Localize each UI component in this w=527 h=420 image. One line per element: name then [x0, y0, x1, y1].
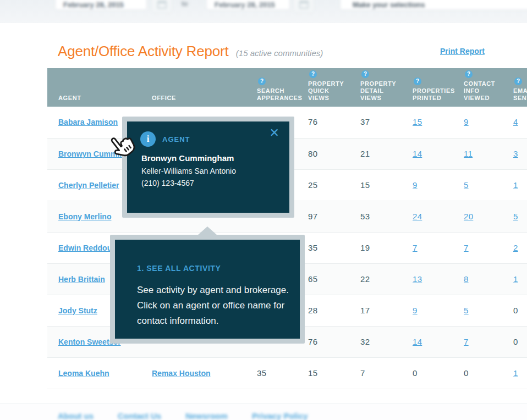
help-icon[interactable]: ? [258, 78, 266, 85]
value-link[interactable]: 9 [413, 180, 418, 190]
date-from-input[interactable]: February 28, 2015 [55, 0, 147, 10]
value-cell: 9 [402, 295, 453, 326]
value-cell: 37 [349, 107, 402, 138]
date-range-to-label: to [182, 0, 188, 8]
agent-link[interactable]: Cherlyn Pelletier [58, 181, 119, 190]
value-link[interactable]: 8 [464, 274, 469, 284]
value-cell: 20 [453, 201, 502, 232]
agent-cell: Leoma Kuehn [47, 357, 141, 389]
value-link[interactable]: 14 [413, 149, 422, 158]
value-text: 37 [360, 117, 370, 126]
value-link[interactable]: 7 [464, 243, 469, 252]
value-link[interactable]: 5 [513, 212, 518, 221]
value-link[interactable]: 15 [413, 117, 422, 126]
value-cell: 1 [502, 357, 527, 389]
value-text: 32 [360, 337, 370, 346]
value-cell: 5 [453, 295, 502, 326]
value-link[interactable]: 3 [513, 149, 518, 158]
agent-link[interactable]: Jody Stutz [58, 306, 97, 315]
value-link[interactable]: 7 [413, 243, 418, 252]
value-cell: 76 [297, 107, 349, 138]
selections-input[interactable]: Make your selections [340, 0, 527, 10]
value-link[interactable]: 5 [464, 306, 469, 315]
value-text: 0 [413, 368, 418, 378]
value-link[interactable]: 11 [464, 149, 473, 158]
value-link[interactable]: 5 [464, 180, 469, 190]
value-cell: 22 [349, 263, 402, 295]
value-link[interactable]: 13 [413, 274, 422, 284]
calendar-icon-button[interactable] [293, 0, 314, 13]
agent-link[interactable]: Babara Jamison [58, 118, 118, 126]
help-icon[interactable]: ? [465, 70, 473, 78]
agent-tooltip-name: Bronwyn Cummingham [141, 153, 234, 163]
value-link[interactable]: 24 [413, 212, 422, 221]
page-footer: About usContact UsNewsroomPrivacy Policy [0, 403, 527, 420]
help-icon[interactable]: ? [514, 78, 522, 85]
calendar-icon-button[interactable] [151, 0, 172, 13]
agent-link[interactable]: Ebony Merlino [58, 212, 111, 221]
activity-tooltip-title: 1. SEE ALL ACTIVITY [137, 264, 221, 273]
help-icon[interactable]: ? [414, 78, 421, 85]
column-label: PROPERTYQUICK VIEWS [308, 80, 347, 102]
value-text: 28 [308, 306, 317, 315]
help-icon[interactable]: ? [309, 70, 317, 78]
value-link[interactable]: 7 [464, 337, 469, 346]
value-cell: 15 [402, 107, 453, 138]
value-link[interactable]: 9 [413, 306, 418, 315]
value-text: 53 [360, 212, 370, 221]
value-link[interactable]: 14 [413, 337, 422, 346]
info-icon: i [140, 131, 156, 147]
footer-link-newsroom[interactable]: Newsroom [185, 411, 228, 420]
date-to-input[interactable]: February 28, 2015 [206, 0, 290, 10]
value-link[interactable]: 1 [513, 180, 518, 190]
print-report-link[interactable]: Print Report [440, 47, 485, 56]
footer-link-privacy-policy[interactable]: Privacy Policy [252, 411, 308, 420]
column-header-agent: AGENT [47, 68, 141, 107]
value-text: 97 [308, 212, 317, 221]
value-cell: 14 [402, 138, 453, 169]
value-cell: 8 [453, 263, 502, 295]
column-header-property-detail-views: ?PROPERTYDETAIL VIEWS [349, 68, 402, 107]
value-cell: 3 [502, 138, 527, 169]
value-cell: 35 [297, 232, 349, 263]
value-link[interactable]: 4 [513, 117, 518, 126]
value-cell: 21 [349, 138, 402, 169]
column-label: SEARCHAPPERANCES [257, 87, 295, 102]
value-link[interactable]: 1 [513, 274, 518, 284]
office-cell: Remax Houston [141, 357, 246, 389]
help-icon[interactable]: ? [361, 70, 369, 78]
value-cell: 7 [402, 232, 453, 263]
value-cell: 0 [453, 357, 502, 389]
column-header-search-appearances: ?SEARCHAPPERANCES [246, 68, 297, 107]
active-communities-subtitle: (15 active communities) [236, 48, 323, 58]
value-text: 0 [513, 337, 518, 346]
footer-link-about-us[interactable]: About us [58, 411, 94, 420]
value-text: 35 [308, 243, 317, 252]
calendar-icon [157, 1, 167, 9]
value-cell: 9 [402, 169, 453, 201]
footer-link-contact-us[interactable]: Contact Us [118, 411, 161, 420]
tooltip-caret-up-icon [197, 226, 217, 235]
hand-cursor-icon [107, 132, 138, 163]
close-icon[interactable]: ✕ [270, 127, 279, 139]
value-link[interactable]: 20 [464, 212, 473, 221]
column-label: CONTACTINFO VIEWED [464, 80, 500, 102]
value-cell: 13 [402, 263, 453, 295]
agent-link[interactable]: Edwin Reddout [58, 244, 114, 252]
value-cell: 32 [349, 326, 402, 357]
agent-link[interactable]: Leoma Kuehn [58, 369, 109, 378]
agent-link[interactable]: Herb Brittain [58, 275, 105, 284]
value-text: 35 [257, 368, 266, 378]
value-link[interactable]: 2 [513, 243, 518, 252]
office-link[interactable]: Remax Houston [152, 369, 211, 378]
value-cell: 0 [502, 295, 527, 326]
value-link[interactable]: 1 [513, 368, 518, 378]
agent-info-tooltip: i AGENT ✕ Bronwyn Cummingham Keller-Will… [122, 117, 294, 218]
value-text: 0 [513, 306, 518, 315]
agent-tooltip-phone: (210) 123-4567 [141, 179, 194, 187]
value-cell: 14 [402, 326, 453, 357]
value-link[interactable]: 9 [464, 117, 469, 126]
value-text: 21 [360, 149, 370, 158]
value-cell: 28 [297, 295, 349, 326]
value-cell: 2 [502, 232, 527, 263]
